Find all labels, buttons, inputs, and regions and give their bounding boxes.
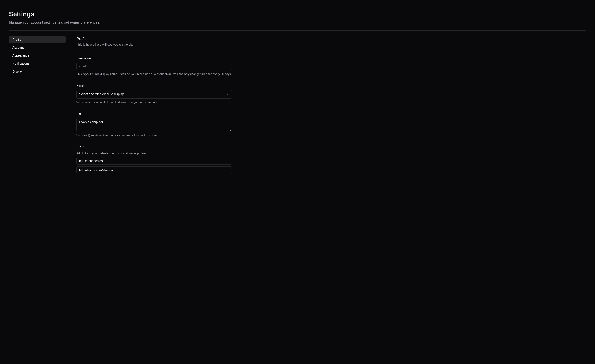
username-input[interactable] — [76, 63, 232, 70]
section-subtitle: This is how others will see you on the s… — [76, 42, 232, 47]
sidebar-item-notifications[interactable]: Notifications — [9, 60, 66, 67]
chevron-down-icon — [225, 92, 229, 96]
email-select[interactable]: Select a verified email to display — [76, 90, 232, 98]
bio-label: Bio — [76, 112, 232, 116]
page-title: Settings — [9, 9, 586, 19]
sidebar-item-appearance[interactable]: Appearance — [9, 52, 66, 59]
urls-group: URLs Add links to your website, blog, or… — [76, 145, 232, 174]
sidebar-item-profile[interactable]: Profile — [9, 36, 66, 43]
sidebar-item-display[interactable]: Display — [9, 68, 66, 75]
bio-help: You can @mention other users and organiz… — [76, 133, 232, 138]
username-help: This is your public display name. It can… — [76, 72, 232, 76]
bio-group: Bio You can @mention other users and org… — [76, 112, 232, 138]
settings-sidebar: Profile Account Appearance Notifications… — [9, 36, 66, 174]
page-subtitle: Manage your account settings and set e-m… — [9, 20, 586, 25]
url-input-1[interactable] — [76, 167, 232, 174]
section-title: Profile — [76, 36, 232, 42]
urls-label: URLs — [76, 145, 232, 149]
urls-help: Add links to your website, blog, or soci… — [76, 151, 232, 156]
bio-textarea[interactable] — [76, 118, 232, 131]
url-input-0[interactable] — [76, 157, 232, 165]
username-label: Username — [76, 56, 232, 61]
email-help: You can manage verified email addresses … — [76, 100, 232, 105]
username-group: Username This is your public display nam… — [76, 56, 232, 76]
sidebar-item-account[interactable]: Account — [9, 44, 66, 51]
email-select-value: Select a verified email to display — [79, 92, 124, 97]
email-label: Email — [76, 84, 232, 88]
email-group: Email Select a verified email to display… — [76, 84, 232, 105]
